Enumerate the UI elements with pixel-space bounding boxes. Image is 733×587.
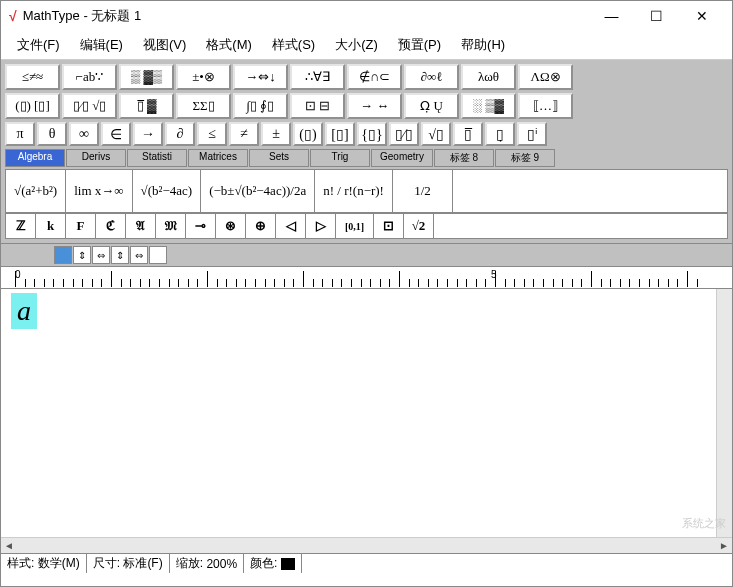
expr-discriminant[interactable]: √(b²−4ac)	[133, 170, 202, 212]
sym-fraktur-a[interactable]: 𝔄	[126, 214, 156, 238]
sym-fraktur-m[interactable]: 𝔐	[156, 214, 186, 238]
status-style[interactable]: 样式: 数学(M)	[1, 554, 87, 573]
palette-operators[interactable]: ±•⊗	[176, 64, 231, 90]
sym-k[interactable]: k	[36, 214, 66, 238]
sym-sqrt2[interactable]: √2	[404, 214, 434, 238]
expression-bar-large: √(a²+b²) lim x→∞ √(b²−4ac) (−b±√(b²−4ac)…	[5, 169, 728, 213]
menu-format[interactable]: 格式(M)	[196, 33, 262, 57]
status-color[interactable]: 颜色:	[244, 554, 302, 573]
sym-leq[interactable]: ≤	[197, 122, 227, 146]
menu-size[interactable]: 大小(Z)	[325, 33, 388, 57]
tmpl-overbar[interactable]: ▯̅	[453, 122, 483, 146]
sym-arrow[interactable]: →	[133, 122, 163, 146]
menu-view[interactable]: 视图(V)	[133, 33, 196, 57]
align-btn-3[interactable]: ⇔	[92, 246, 110, 264]
minimize-button[interactable]: —	[589, 2, 634, 30]
palette-embellish[interactable]: ▒ ▓▒	[119, 64, 174, 90]
horizontal-scrollbar[interactable]: ◄ ►	[1, 537, 732, 553]
equation-content[interactable]: a	[11, 293, 37, 329]
sym-circled-plus[interactable]: ⊕	[246, 214, 276, 238]
menu-bar: 文件(F) 编辑(E) 视图(V) 格式(M) 样式(S) 大小(Z) 预置(P…	[1, 31, 732, 60]
tmpl-underdot[interactable]: ▯̣	[485, 122, 515, 146]
sym-pm[interactable]: ±	[261, 122, 291, 146]
equation-editor[interactable]: a 系统之家	[1, 289, 732, 537]
tab-matrices[interactable]: Matrices	[188, 149, 248, 167]
sym-interval[interactable]: [0,1]	[336, 214, 374, 238]
tab-derivs[interactable]: Derivs	[66, 149, 126, 167]
palette-greek-upper[interactable]: ΛΩ⊗	[518, 64, 573, 90]
close-button[interactable]: ✕	[679, 2, 724, 30]
palette-arrows[interactable]: →⇔↓	[233, 64, 288, 90]
template-boxes[interactable]: ⟦…⟧	[518, 93, 573, 119]
status-zoom[interactable]: 缩放: 200%	[170, 554, 244, 573]
palette-spaces[interactable]: ⌐ab∵	[62, 64, 117, 90]
tab-8[interactable]: 标签 8	[434, 149, 494, 167]
tab-statistics[interactable]: Statisti	[127, 149, 187, 167]
align-btn-4[interactable]: ⇕	[111, 246, 129, 264]
vertical-scrollbar[interactable]	[716, 289, 732, 537]
tab-geometry[interactable]: Geometry	[371, 149, 433, 167]
menu-preset[interactable]: 预置(P)	[388, 33, 451, 57]
tmpl-bracket[interactable]: [▯]	[325, 122, 355, 146]
category-tabs: Algebra Derivs Statisti Matrices Sets Tr…	[5, 149, 728, 167]
template-fences[interactable]: (▯) [▯]	[5, 93, 60, 119]
tab-9[interactable]: 标签 9	[495, 149, 555, 167]
tmpl-superscript[interactable]: ▯ⁱ	[517, 122, 547, 146]
sym-z[interactable]: ℤ	[6, 214, 36, 238]
expr-limit[interactable]: lim x→∞	[66, 170, 132, 212]
status-size[interactable]: 尺寸: 标准(F)	[87, 554, 170, 573]
expr-combination[interactable]: n! / r!(n−r)!	[315, 170, 393, 212]
align-btn-5[interactable]: ⇔	[130, 246, 148, 264]
sym-neq[interactable]: ≠	[229, 122, 259, 146]
template-overbar[interactable]: ▯̅ ▓	[119, 93, 174, 119]
sym-f[interactable]: F	[66, 214, 96, 238]
template-integrals[interactable]: ∫▯ ∮▯	[233, 93, 288, 119]
align-btn-2[interactable]: ⇕	[73, 246, 91, 264]
menu-file[interactable]: 文件(F)	[7, 33, 70, 57]
sym-complex[interactable]: ℭ	[96, 214, 126, 238]
template-products[interactable]: Ω̣ Ų	[404, 93, 459, 119]
tab-trig[interactable]: Trig	[310, 149, 370, 167]
tmpl-fraction[interactable]: ▯⁄▯	[389, 122, 419, 146]
expr-pythag[interactable]: √(a²+b²)	[6, 170, 66, 212]
expr-quadratic[interactable]: (−b±√(b²−4ac))/2a	[201, 170, 315, 212]
sym-pi[interactable]: π	[5, 122, 35, 146]
tmpl-sqrt[interactable]: √▯	[421, 122, 451, 146]
menu-style[interactable]: 样式(S)	[262, 33, 325, 57]
ruler[interactable]: 0 5	[1, 267, 732, 289]
palette-set-theory[interactable]: ∉∩⊂	[347, 64, 402, 90]
maximize-button[interactable]: ☐	[634, 2, 679, 30]
template-labeled-arrows[interactable]: → ↔	[347, 93, 402, 119]
menu-edit[interactable]: 编辑(E)	[70, 33, 133, 57]
tab-sets[interactable]: Sets	[249, 149, 309, 167]
tab-algebra[interactable]: Algebra	[5, 149, 65, 167]
scroll-right-icon[interactable]: ►	[716, 538, 732, 553]
toolbar-area: ≤≠≈ ⌐ab∵ ▒ ▓▒ ±•⊗ →⇔↓ ∴∀∃ ∉∩⊂ ∂∞ℓ λωθ ΛΩ…	[1, 60, 732, 244]
template-matrices[interactable]: ░ ▒▓	[461, 93, 516, 119]
app-icon: √	[9, 8, 17, 24]
align-btn-1[interactable]	[54, 246, 72, 264]
sym-triangle-left[interactable]: ◁	[276, 214, 306, 238]
palette-relational[interactable]: ≤≠≈	[5, 64, 60, 90]
sym-lollipop[interactable]: ⊸	[186, 214, 216, 238]
template-sums[interactable]: ΣΣ▯	[176, 93, 231, 119]
tmpl-brace[interactable]: {▯}	[357, 122, 387, 146]
menu-help[interactable]: 帮助(H)	[451, 33, 515, 57]
sym-elementof[interactable]: ∈	[101, 122, 131, 146]
sym-box[interactable]: ⊡	[374, 214, 404, 238]
template-under-over[interactable]: ⊡ ⊟	[290, 93, 345, 119]
sym-theta[interactable]: θ	[37, 122, 67, 146]
align-btn-6[interactable]	[149, 246, 167, 264]
tmpl-paren[interactable]: (▯)	[293, 122, 323, 146]
palette-misc[interactable]: ∂∞ℓ	[404, 64, 459, 90]
sym-infinity[interactable]: ∞	[69, 122, 99, 146]
sym-partial[interactable]: ∂	[165, 122, 195, 146]
sym-triangle-right[interactable]: ▷	[306, 214, 336, 238]
sym-circled-ast[interactable]: ⊛	[216, 214, 246, 238]
scroll-left-icon[interactable]: ◄	[1, 538, 17, 553]
palette-logic[interactable]: ∴∀∃	[290, 64, 345, 90]
template-fractions[interactable]: ▯⁄▯ √▯	[62, 93, 117, 119]
expr-onehalf[interactable]: 1/2	[393, 170, 453, 212]
palette-greek-lower[interactable]: λωθ	[461, 64, 516, 90]
color-swatch-icon	[281, 558, 295, 570]
